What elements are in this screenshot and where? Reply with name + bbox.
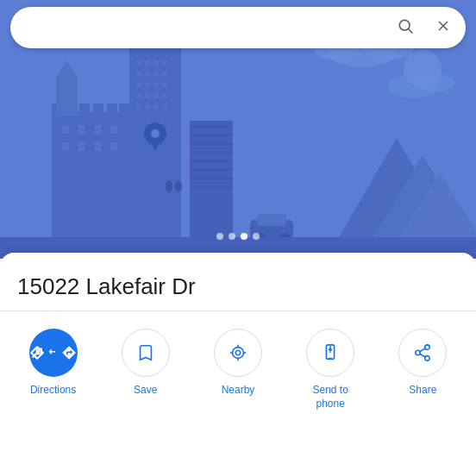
page-dots bbox=[216, 233, 260, 240]
dot-3 bbox=[241, 233, 247, 240]
svg-rect-48 bbox=[62, 142, 69, 151]
svg-rect-28 bbox=[136, 105, 141, 110]
svg-point-75 bbox=[233, 348, 244, 359]
save-icon-circle bbox=[122, 329, 170, 377]
svg-rect-66 bbox=[257, 214, 286, 226]
svg-rect-63 bbox=[176, 190, 181, 216]
svg-point-34 bbox=[151, 129, 160, 138]
nearby-button[interactable]: Nearby bbox=[204, 329, 272, 398]
send-to-phone-label: Send tophone bbox=[312, 384, 348, 411]
svg-point-70 bbox=[399, 20, 410, 30]
nearby-label: Nearby bbox=[222, 384, 255, 398]
svg-rect-40 bbox=[107, 103, 117, 116]
svg-rect-42 bbox=[56, 78, 78, 116]
svg-rect-61 bbox=[166, 190, 172, 216]
svg-point-83 bbox=[416, 350, 421, 355]
svg-line-86 bbox=[420, 348, 425, 352]
svg-rect-15 bbox=[162, 60, 167, 65]
svg-rect-25 bbox=[145, 94, 150, 98]
send-to-phone-button[interactable]: Send tophone bbox=[296, 329, 365, 411]
svg-rect-46 bbox=[95, 125, 102, 134]
svg-rect-53 bbox=[190, 125, 233, 128]
svg-rect-30 bbox=[153, 105, 159, 110]
svg-rect-50 bbox=[95, 142, 102, 151]
svg-rect-58 bbox=[190, 168, 233, 171]
svg-rect-24 bbox=[136, 94, 141, 98]
svg-rect-51 bbox=[110, 142, 117, 151]
share-label: Share bbox=[409, 384, 436, 398]
svg-rect-60 bbox=[190, 185, 233, 188]
close-icon[interactable] bbox=[435, 17, 452, 39]
svg-rect-29 bbox=[145, 105, 150, 110]
svg-rect-19 bbox=[162, 72, 167, 76]
svg-rect-14 bbox=[153, 60, 159, 65]
search-bar bbox=[10, 7, 466, 48]
svg-rect-57 bbox=[190, 160, 233, 162]
action-buttons: Directions Save bbox=[0, 311, 476, 424]
svg-point-74 bbox=[235, 350, 241, 355]
share-icon-circle bbox=[398, 329, 447, 377]
svg-rect-55 bbox=[190, 142, 233, 145]
svg-point-9 bbox=[404, 50, 442, 88]
svg-rect-38 bbox=[79, 103, 90, 116]
directions-button[interactable]: Directions bbox=[19, 329, 88, 398]
svg-rect-18 bbox=[153, 72, 159, 76]
svg-rect-54 bbox=[190, 134, 233, 136]
dot-2 bbox=[229, 233, 235, 240]
svg-rect-20 bbox=[136, 83, 141, 87]
svg-rect-41 bbox=[119, 103, 129, 116]
svg-rect-56 bbox=[190, 151, 233, 154]
dot-4 bbox=[253, 233, 260, 240]
svg-rect-44 bbox=[62, 125, 69, 134]
svg-rect-16 bbox=[136, 72, 141, 76]
svg-rect-21 bbox=[145, 83, 150, 87]
directions-label: Directions bbox=[30, 384, 76, 398]
svg-rect-27 bbox=[162, 94, 167, 98]
location-card: 15022 Lakefair Dr bbox=[0, 253, 476, 464]
svg-line-71 bbox=[409, 28, 413, 33]
svg-point-64 bbox=[175, 180, 182, 192]
svg-rect-26 bbox=[153, 94, 159, 98]
svg-rect-17 bbox=[145, 72, 150, 76]
send-to-phone-icon-circle bbox=[306, 329, 354, 377]
nearby-icon-circle bbox=[214, 329, 262, 377]
svg-rect-45 bbox=[78, 125, 85, 134]
svg-rect-13 bbox=[145, 60, 150, 65]
svg-rect-49 bbox=[78, 142, 85, 151]
svg-rect-59 bbox=[190, 177, 233, 179]
share-button[interactable]: Share bbox=[388, 329, 457, 398]
save-button[interactable]: Save bbox=[111, 329, 180, 398]
svg-rect-22 bbox=[153, 83, 159, 87]
svg-rect-23 bbox=[162, 83, 167, 87]
search-icon[interactable] bbox=[397, 17, 414, 39]
svg-rect-12 bbox=[136, 60, 141, 65]
directions-icon-circle bbox=[29, 329, 78, 377]
location-title: 15022 Lakefair Dr bbox=[0, 253, 476, 310]
svg-point-82 bbox=[425, 345, 430, 350]
save-label: Save bbox=[134, 384, 157, 398]
svg-rect-47 bbox=[110, 125, 117, 134]
svg-point-84 bbox=[425, 356, 430, 361]
svg-line-85 bbox=[420, 354, 425, 357]
svg-point-62 bbox=[166, 180, 172, 192]
svg-rect-31 bbox=[162, 105, 167, 110]
svg-rect-39 bbox=[93, 103, 103, 116]
dot-1 bbox=[216, 233, 223, 240]
